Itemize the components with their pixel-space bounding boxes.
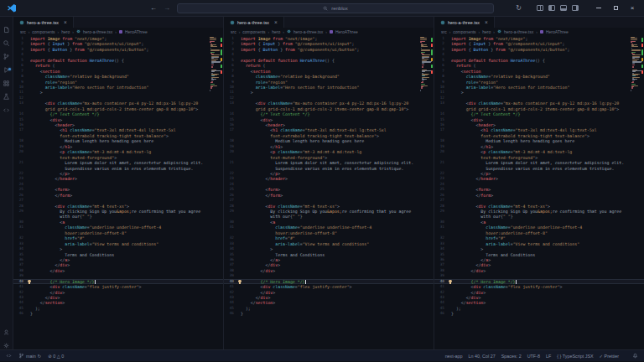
- breadcrumb-item[interactable]: hero-a-three.tsx: [293, 29, 323, 34]
- breadcrumb-item[interactable]: components: [453, 29, 475, 34]
- explorer-icon[interactable]: [3, 22, 10, 29]
- notification-badge: [8, 68, 12, 71]
- breadcrumb-item[interactable]: components: [242, 29, 265, 34]
- overview-ruler-mark: [221, 70, 222, 74]
- breadcrumb-item[interactable]: hero: [61, 29, 70, 34]
- breadcrumb-item[interactable]: hero-a-three.tsx: [504, 29, 533, 34]
- breadcrumb-item[interactable]: HeroAThree: [546, 29, 569, 34]
- toggle-primary-sidebar-icon[interactable]: [548, 5, 555, 11]
- minimap-line: [421, 88, 423, 89]
- line-number[interactable]: 46: [13, 311, 26, 316]
- settings-icon[interactable]: [3, 338, 10, 345]
- status-formatter[interactable]: ✓ Prettier: [600, 354, 619, 359]
- breadcrumb-separator: ›: [268, 29, 270, 34]
- status-language[interactable]: { } TypeScript JSX: [557, 354, 593, 359]
- line-number[interactable]: 46: [434, 311, 447, 316]
- code-text: }: [447, 311, 454, 316]
- branch-sync-icon: ↻: [38, 354, 42, 359]
- command-center-text: renblox: [331, 6, 348, 11]
- code-line[interactable]: 46}: [13, 311, 223, 316]
- react-file-icon: [497, 29, 501, 34]
- breadcrumb-item[interactable]: components: [32, 29, 55, 34]
- toggle-secondary-sidebar-icon[interactable]: [572, 5, 579, 11]
- search-icon[interactable]: [3, 35, 10, 43]
- status-task[interactable]: next-app: [445, 354, 463, 359]
- breadcrumb-item[interactable]: HeroAThree: [335, 29, 358, 34]
- tab-bar: hero-a-three.tsx ×: [224, 17, 434, 28]
- back-arrow-icon[interactable]: ←: [150, 0, 157, 17]
- editor-viewport: 1import Image from "next/image";2import …: [434, 35, 644, 349]
- overview-ruler-mark: [641, 49, 643, 55]
- tab-hero-a-three[interactable]: hero-a-three.tsx ×: [13, 17, 74, 28]
- command-center-search[interactable]: renblox: [177, 3, 494, 13]
- problems-status[interactable]: ⊘ 0 △ 0: [48, 354, 64, 359]
- vscode-logo-icon: [7, 3, 17, 13]
- react-file-icon: [76, 29, 80, 34]
- minimap-line: [631, 46, 638, 47]
- text-cursor: [305, 280, 306, 284]
- tab-close-icon[interactable]: ×: [485, 19, 488, 25]
- minimap-line: [631, 88, 633, 89]
- breadcrumb-item[interactable]: src: [20, 29, 26, 34]
- tab-bar: hero-a-three.tsx ×: [13, 17, 223, 28]
- breadcrumb-separator: ›: [479, 29, 480, 34]
- run-debug-icon[interactable]: [3, 62, 10, 70]
- editor-groups: hero-a-three.tsx × src›components›hero›h…: [13, 17, 644, 349]
- sync-icon[interactable]: ↻: [516, 4, 522, 12]
- notifications-bell-icon[interactable]: [632, 353, 638, 359]
- tab-hero-a-three[interactable]: hero-a-three.tsx ×: [434, 17, 495, 28]
- status-bar: main ↻ ⊘ 0 △ 0 next-appLn 40, Col 27Spac…: [0, 349, 644, 361]
- remote-explorer-icon[interactable]: [3, 102, 10, 110]
- minimap[interactable]: [631, 37, 642, 91]
- react-file-icon: [287, 29, 291, 34]
- minimap-line: [420, 90, 421, 90]
- restore-button[interactable]: [610, 0, 621, 17]
- customize-layout-icon[interactable]: [537, 5, 543, 11]
- git-branch-status[interactable]: main ↻: [18, 353, 41, 359]
- status-encoding[interactable]: UTF-8: [527, 354, 540, 359]
- overview-ruler-mark: [431, 49, 433, 55]
- accounts-icon[interactable]: [3, 324, 10, 332]
- breadcrumb-item[interactable]: src: [441, 29, 447, 34]
- extensions-icon[interactable]: [3, 75, 10, 83]
- problems-count: ⊘ 0 △ 0: [48, 354, 64, 359]
- code-area: 1import Image from "next/image";2import …: [13, 36, 223, 317]
- close-button[interactable]: ×: [627, 0, 637, 17]
- breadcrumb-item[interactable]: HeroAThree: [125, 29, 148, 34]
- minimap-line: [210, 90, 210, 90]
- workbench: hero-a-three.tsx × src›components›hero›h…: [0, 17, 644, 349]
- tab-hero-a-three[interactable]: hero-a-three.tsx ×: [224, 17, 284, 28]
- code-area: 1import Image from "next/image";2import …: [434, 36, 644, 317]
- status-indentation[interactable]: Spaces: 2: [501, 354, 522, 359]
- breadcrumb-item[interactable]: hero: [272, 29, 280, 34]
- editor-group-1: hero-a-three.tsx × src›components›hero›h…: [13, 17, 223, 349]
- toggle-panel-icon[interactable]: [560, 5, 567, 11]
- line-number[interactable]: 46: [224, 311, 236, 316]
- minimap[interactable]: [210, 37, 221, 91]
- breadcrumb-separator: ›: [115, 29, 117, 34]
- tab-close-icon[interactable]: ×: [274, 19, 278, 25]
- source-control-icon[interactable]: [3, 49, 10, 56]
- overview-ruler-mark: [641, 38, 643, 42]
- code-text: }: [26, 311, 33, 316]
- breadcrumb-item[interactable]: src: [231, 29, 236, 34]
- code-line[interactable]: 46}: [224, 311, 434, 316]
- status-eol[interactable]: LF: [546, 354, 551, 359]
- overview-ruler-mark: [431, 70, 433, 74]
- breadcrumb-item[interactable]: hero-a-three.tsx: [83, 29, 112, 34]
- react-file-icon: [19, 20, 24, 25]
- breadcrumb-separator: ›: [325, 29, 327, 34]
- minimize-button[interactable]: [594, 0, 604, 17]
- code-line[interactable]: 46}: [434, 311, 644, 316]
- testing-icon[interactable]: [3, 89, 10, 96]
- activity-bar-items: [3, 22, 10, 110]
- remote-indicator[interactable]: [6, 353, 12, 359]
- tab-close-icon[interactable]: ×: [64, 19, 67, 25]
- tab-label: hero-a-three.tsx: [27, 20, 59, 25]
- breadcrumb-item[interactable]: hero: [482, 29, 491, 34]
- minimap[interactable]: [420, 37, 432, 91]
- status-cursor-position[interactable]: Ln 40, Col 27: [469, 354, 496, 359]
- overview-ruler-mark: [641, 44, 643, 47]
- overview-ruler-mark: [431, 44, 433, 47]
- forward-arrow-icon[interactable]: →: [164, 0, 170, 17]
